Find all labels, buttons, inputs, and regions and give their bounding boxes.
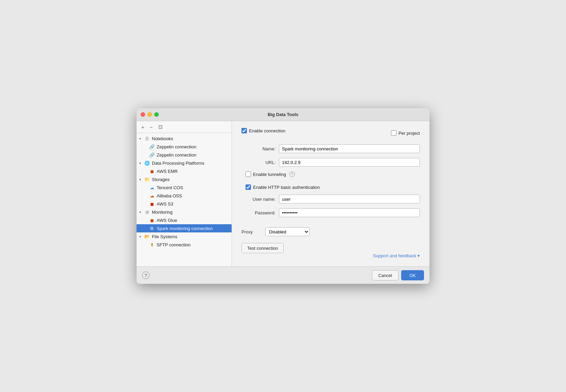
main-window: Big Data Tools + − ⊡ ▾ ☰ Notebooks 🔗 bbox=[137, 108, 429, 284]
sidebar-item-notebooks[interactable]: ▾ ☰ Notebooks bbox=[137, 134, 232, 143]
sidebar-item-awss3[interactable]: ◼ AWS S3 bbox=[137, 200, 232, 208]
traffic-lights bbox=[141, 112, 159, 117]
sidebar-item-awsemr[interactable]: ◼ AWS EMR bbox=[137, 167, 232, 175]
password-field-row: Password: bbox=[241, 208, 420, 217]
http-auth-checkbox[interactable] bbox=[246, 184, 251, 190]
sidebar-item-sftp[interactable]: ⬆ SFTP connection bbox=[137, 241, 232, 249]
alibaba-icon: ☁ bbox=[149, 193, 155, 199]
enable-connection-row: Enable connection bbox=[241, 128, 285, 133]
sidebar-item-label: Spark monitoring connection bbox=[157, 226, 213, 231]
per-project-checkbox[interactable] bbox=[391, 130, 396, 136]
tunneling-row: Enable tunneling ? bbox=[246, 172, 420, 177]
proxy-row: Proxy Disabled Auto-detect Manual bbox=[241, 227, 420, 236]
zeppelin-icon: 🔗 bbox=[149, 152, 155, 158]
tunneling-label[interactable]: Enable tunneling bbox=[253, 172, 286, 177]
username-input[interactable] bbox=[279, 195, 420, 203]
sidebar-item-label: File Systems bbox=[152, 234, 177, 239]
sidebar-item-filesystems[interactable]: ▾ 📂 File Systems bbox=[137, 232, 232, 241]
notebooks-icon: ☰ bbox=[144, 135, 150, 142]
url-label: URL: bbox=[241, 160, 279, 165]
http-auth-label[interactable]: Enable HTTP basic authentication bbox=[253, 185, 320, 190]
name-field-row: Name: bbox=[241, 144, 420, 153]
footer: ? Cancel OK bbox=[137, 266, 429, 284]
sidebar-item-label: AWS Glue bbox=[157, 218, 177, 223]
sidebar-item-label: Monitoring bbox=[152, 210, 173, 215]
support-feedback-link[interactable]: Support and feedback ▾ bbox=[241, 253, 420, 260]
password-input[interactable] bbox=[279, 208, 420, 217]
monitoring-icon: ⊞ bbox=[144, 209, 150, 215]
connection-tree: ▾ ☰ Notebooks 🔗 Zeppelin connection 🔗 Ze… bbox=[137, 133, 232, 266]
tunneling-checkbox[interactable] bbox=[246, 172, 251, 177]
maximize-button[interactable] bbox=[154, 112, 159, 117]
sidebar-item-label: Notebooks bbox=[152, 136, 173, 141]
sidebar: + − ⊡ ▾ ☰ Notebooks 🔗 Zeppelin connectio… bbox=[137, 121, 232, 266]
sidebar-item-platforms[interactable]: ▾ 🌐 Data Processing Platforms bbox=[137, 159, 232, 167]
chevron-icon: ▾ bbox=[139, 161, 144, 165]
test-connection-button[interactable]: Test connection bbox=[241, 243, 284, 253]
ok-button[interactable]: OK bbox=[401, 270, 424, 280]
url-field-row: URL: bbox=[241, 158, 420, 167]
enable-connection-checkbox[interactable] bbox=[241, 128, 247, 133]
close-button[interactable] bbox=[141, 112, 145, 117]
content-area: + − ⊡ ▾ ☰ Notebooks 🔗 Zeppelin connectio… bbox=[137, 121, 429, 266]
sidebar-item-monitoring[interactable]: ▾ ⊞ Monitoring bbox=[137, 208, 232, 216]
platforms-icon: 🌐 bbox=[144, 160, 150, 166]
chevron-icon: ▾ bbox=[139, 235, 144, 239]
sidebar-item-spark[interactable]: ⚙ Spark monitoring connection bbox=[137, 224, 232, 232]
enable-connection-label[interactable]: Enable connection bbox=[249, 128, 285, 133]
tunneling-help-icon[interactable]: ? bbox=[289, 172, 295, 177]
chevron-icon: ▾ bbox=[139, 178, 144, 181]
url-input[interactable] bbox=[279, 158, 420, 167]
footer-buttons: Cancel OK bbox=[372, 270, 424, 280]
sidebar-item-storages[interactable]: ▾ 📁 Storages bbox=[137, 175, 232, 183]
proxy-label: Proxy bbox=[241, 229, 265, 234]
http-auth-row: Enable HTTP basic authentication bbox=[246, 184, 420, 190]
sidebar-item-label: Data Processing Platforms bbox=[152, 161, 204, 166]
copy-button[interactable]: ⊡ bbox=[157, 123, 164, 131]
name-input[interactable] bbox=[279, 144, 420, 153]
sidebar-item-label: Zeppelin connection bbox=[157, 144, 196, 149]
titlebar: Big Data Tools bbox=[137, 108, 429, 121]
sidebar-item-alibaba[interactable]: ☁ Alibaba OSS bbox=[137, 192, 232, 200]
tencent-icon: ☁ bbox=[149, 184, 155, 191]
sidebar-toolbar: + − ⊡ bbox=[137, 121, 232, 133]
cancel-button[interactable]: Cancel bbox=[372, 270, 398, 280]
sidebar-item-label: Tencent COS bbox=[157, 185, 183, 190]
password-label: Password: bbox=[241, 210, 279, 215]
chevron-icon: ▾ bbox=[139, 137, 144, 141]
minimize-button[interactable] bbox=[147, 112, 152, 117]
remove-button[interactable]: − bbox=[148, 124, 154, 131]
test-connection-container: Test connection bbox=[241, 243, 420, 253]
zeppelin-icon: 🔗 bbox=[149, 144, 155, 150]
sidebar-item-tencent[interactable]: ☁ Tencent COS bbox=[137, 183, 232, 192]
sidebar-item-label: Alibaba OSS bbox=[157, 193, 182, 198]
per-project-row: Per project bbox=[391, 130, 420, 136]
window-title: Big Data Tools bbox=[268, 112, 298, 117]
proxy-select[interactable]: Disabled Auto-detect Manual bbox=[265, 227, 310, 236]
main-panel: Enable connection Per project Name: URL: bbox=[232, 121, 429, 266]
per-project-label[interactable]: Per project bbox=[398, 131, 420, 136]
help-button[interactable]: ? bbox=[142, 272, 150, 279]
sidebar-item-label: AWS EMR bbox=[157, 169, 178, 174]
filesystems-icon: 📂 bbox=[144, 233, 150, 240]
name-label: Name: bbox=[241, 146, 279, 151]
awss3-icon: ◼ bbox=[149, 201, 155, 207]
sidebar-item-awsglue[interactable]: ◼ AWS Glue bbox=[137, 216, 232, 224]
top-options-row: Enable connection Per project bbox=[241, 128, 420, 138]
username-label: User name: bbox=[241, 197, 279, 202]
sftp-icon: ⬆ bbox=[149, 242, 155, 248]
sidebar-item-zeppelin2[interactable]: 🔗 Zeppelin connection bbox=[137, 151, 232, 159]
chevron-icon: ▾ bbox=[139, 210, 144, 214]
sidebar-item-label: Zeppelin connection bbox=[157, 152, 196, 158]
spark-icon: ⚙ bbox=[149, 225, 155, 231]
footer-left: ? bbox=[142, 272, 150, 279]
sidebar-item-zeppelin1[interactable]: 🔗 Zeppelin connection bbox=[137, 143, 232, 151]
awsemr-icon: ◼ bbox=[149, 168, 155, 174]
sidebar-item-label: SFTP connection bbox=[157, 242, 190, 247]
username-field-row: User name: bbox=[241, 195, 420, 203]
add-button[interactable]: + bbox=[140, 124, 146, 131]
sidebar-item-label: Storages bbox=[152, 177, 170, 182]
storages-icon: 📁 bbox=[144, 176, 150, 182]
awsglue-icon: ◼ bbox=[149, 217, 155, 223]
sidebar-item-label: AWS S3 bbox=[157, 201, 173, 207]
